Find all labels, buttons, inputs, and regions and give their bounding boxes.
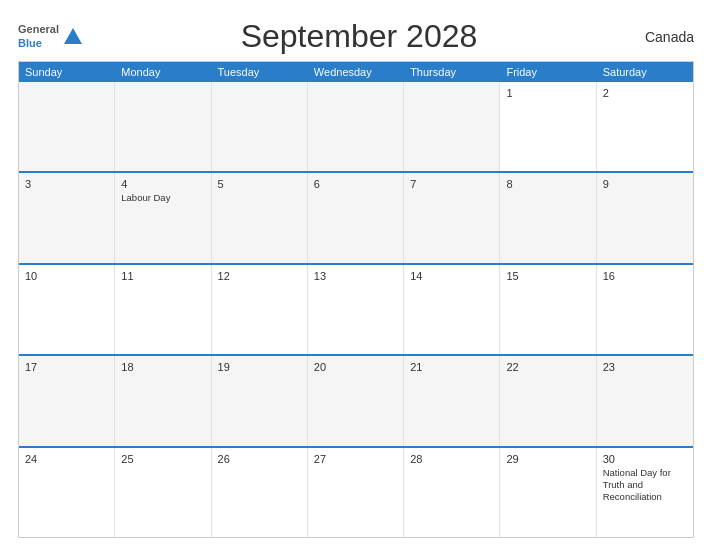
logo-icon [62,26,84,48]
calendar-grid: Sunday Monday Tuesday Wednesday Thursday… [18,61,694,538]
week-row-1: 34Labour Day56789 [19,171,693,262]
calendar-page: General Blue September 2028 Canada Sunda… [0,0,712,550]
day-cell-4-5: 29 [500,448,596,537]
day-cell-0-5: 1 [500,82,596,171]
day-cell-0-2 [212,82,308,171]
calendar-title: September 2028 [84,18,634,55]
holiday-label-4-6: National Day for Truth and Reconciliatio… [603,467,687,504]
day-cell-0-3 [308,82,404,171]
day-number-4-2: 26 [218,453,301,465]
day-number-3-0: 17 [25,361,108,373]
day-cell-4-6: 30National Day for Truth and Reconciliat… [597,448,693,537]
holiday-label-1-1: Labour Day [121,192,204,204]
week-row-0: 12 [19,82,693,171]
day-cell-2-5: 15 [500,265,596,354]
day-number-4-3: 27 [314,453,397,465]
day-number-1-5: 8 [506,178,589,190]
day-number-3-2: 19 [218,361,301,373]
day-cell-3-3: 20 [308,356,404,445]
country-label: Canada [634,29,694,45]
day-number-1-0: 3 [25,178,108,190]
day-cell-2-2: 12 [212,265,308,354]
day-number-4-0: 24 [25,453,108,465]
day-cell-1-1: 4Labour Day [115,173,211,262]
logo: General Blue [18,23,84,49]
day-number-1-4: 7 [410,178,493,190]
day-cell-1-3: 6 [308,173,404,262]
header-saturday: Saturday [597,62,693,82]
day-number-3-3: 20 [314,361,397,373]
header-monday: Monday [115,62,211,82]
day-number-0-6: 2 [603,87,687,99]
day-cell-2-4: 14 [404,265,500,354]
header-sunday: Sunday [19,62,115,82]
day-cell-4-2: 26 [212,448,308,537]
day-cell-1-2: 5 [212,173,308,262]
day-cell-0-6: 2 [597,82,693,171]
day-cell-2-0: 10 [19,265,115,354]
day-cell-2-1: 11 [115,265,211,354]
day-number-2-6: 16 [603,270,687,282]
day-number-2-0: 10 [25,270,108,282]
day-cell-0-0 [19,82,115,171]
header-tuesday: Tuesday [212,62,308,82]
day-cell-4-3: 27 [308,448,404,537]
svg-marker-0 [64,28,82,44]
day-cell-3-2: 19 [212,356,308,445]
day-number-1-2: 5 [218,178,301,190]
day-cell-3-4: 21 [404,356,500,445]
day-cell-1-0: 3 [19,173,115,262]
day-number-3-6: 23 [603,361,687,373]
week-row-4: 24252627282930National Day for Truth and… [19,446,693,537]
header-friday: Friday [500,62,596,82]
day-cell-4-1: 25 [115,448,211,537]
day-number-1-1: 4 [121,178,204,190]
day-number-2-3: 13 [314,270,397,282]
weekday-headers: Sunday Monday Tuesday Wednesday Thursday… [19,62,693,82]
day-number-4-4: 28 [410,453,493,465]
logo-blue-text: Blue [18,37,59,50]
header: General Blue September 2028 Canada [18,18,694,55]
day-number-3-5: 22 [506,361,589,373]
day-cell-3-5: 22 [500,356,596,445]
day-number-3-4: 21 [410,361,493,373]
header-thursday: Thursday [404,62,500,82]
day-cell-3-1: 18 [115,356,211,445]
day-number-2-1: 11 [121,270,204,282]
week-row-3: 17181920212223 [19,354,693,445]
day-number-2-2: 12 [218,270,301,282]
day-cell-3-0: 17 [19,356,115,445]
logo-general-text: General [18,23,59,36]
day-number-0-5: 1 [506,87,589,99]
day-number-4-5: 29 [506,453,589,465]
day-cell-1-5: 8 [500,173,596,262]
day-number-2-4: 14 [410,270,493,282]
day-number-3-1: 18 [121,361,204,373]
day-number-4-1: 25 [121,453,204,465]
day-cell-3-6: 23 [597,356,693,445]
day-cell-0-4 [404,82,500,171]
day-cell-4-0: 24 [19,448,115,537]
weeks-container: 1234Labour Day56789101112131415161718192… [19,82,693,537]
day-cell-2-6: 16 [597,265,693,354]
day-number-2-5: 15 [506,270,589,282]
week-row-2: 10111213141516 [19,263,693,354]
day-number-1-3: 6 [314,178,397,190]
day-number-1-6: 9 [603,178,687,190]
day-number-4-6: 30 [603,453,687,465]
header-wednesday: Wednesday [308,62,404,82]
day-cell-1-4: 7 [404,173,500,262]
day-cell-2-3: 13 [308,265,404,354]
day-cell-1-6: 9 [597,173,693,262]
day-cell-4-4: 28 [404,448,500,537]
day-cell-0-1 [115,82,211,171]
